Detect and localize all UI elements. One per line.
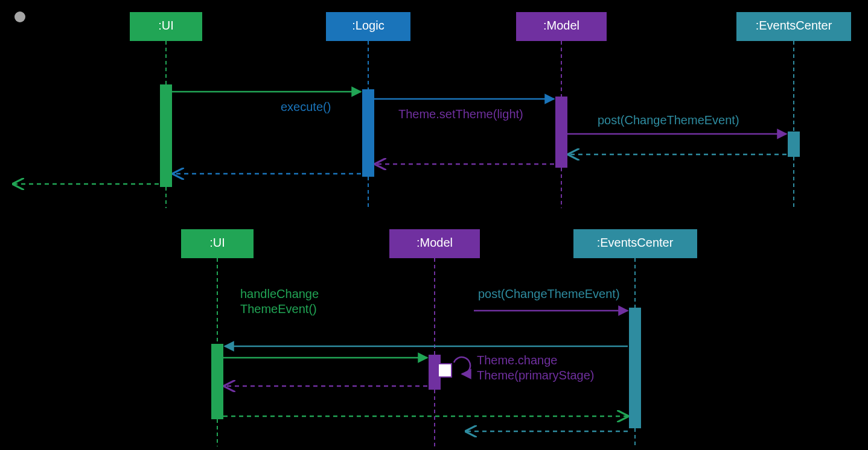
activation-ec: [788, 132, 800, 157]
participant2-ui: :UI: [181, 229, 254, 258]
participant-model: :Model: [516, 12, 607, 41]
participant2-ui-label: :UI: [209, 236, 225, 249]
msg-execute-label: execute(): [281, 100, 331, 113]
self-call-arrow: [454, 357, 470, 374]
participant2-model-label: :Model: [416, 236, 453, 249]
participant-eventscenter: :EventsCenter: [736, 12, 851, 41]
msg2-changetheme-label-2: Theme(primaryStage): [477, 369, 595, 382]
activation2-ec: [629, 308, 641, 428]
participant2-ec-label: :EventsCenter: [597, 236, 674, 249]
participant-ui: :UI: [130, 12, 202, 41]
participant2-model: :Model: [389, 229, 480, 258]
sequence-diagram-1: :UI :Logic :Model :EventsCenter: [13, 11, 851, 208]
participant-model-label: :Model: [543, 19, 579, 32]
activation-logic: [362, 89, 374, 177]
found-origin-dot: [14, 11, 25, 22]
msg2-postevent-label: post(ChangeThemeEvent): [478, 287, 620, 300]
msg-postevent-label: post(ChangeThemeEvent): [598, 113, 739, 127]
participant-ec-label: :EventsCenter: [756, 19, 832, 32]
participant2-ec: :EventsCenter: [573, 229, 697, 258]
participant-ui-label: :UI: [158, 19, 174, 32]
msg2-handle-label-1: handleChange: [240, 287, 319, 300]
activation-model: [555, 97, 567, 168]
self-call-box: [438, 364, 452, 377]
activation2-ui: [211, 344, 223, 419]
msg2-handle-label-2: ThemeEvent(): [240, 302, 317, 315]
activation-ui: [160, 84, 172, 187]
sequence-diagram-2: :UI :Model :EventsCenter post(ChangeThem…: [181, 229, 697, 446]
participant-logic-label: :Logic: [352, 19, 384, 32]
msg2-changetheme-label-1: Theme.change: [477, 353, 557, 367]
participant-logic: :Logic: [326, 12, 410, 41]
msg-settheme-label: Theme.setTheme(light): [398, 107, 523, 121]
